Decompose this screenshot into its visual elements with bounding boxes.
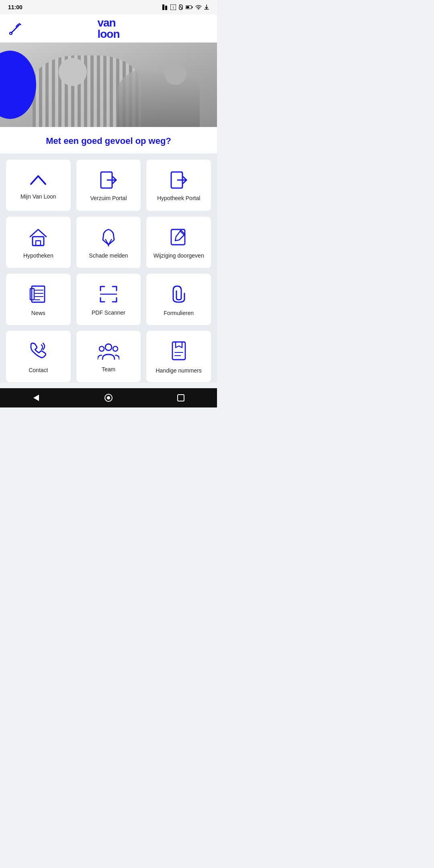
team-icon <box>98 342 119 360</box>
grid-item-hypotheek-portal-label: Hypotheek Portal <box>157 194 200 202</box>
svg-point-30 <box>99 346 104 351</box>
nav-back-button[interactable] <box>27 388 46 407</box>
grid-item-contact-label: Contact <box>29 366 48 374</box>
grid-item-pdf-scanner[interactable]: PDF Scanner <box>76 273 141 326</box>
house-icon <box>29 228 48 246</box>
grid-item-formulieren[interactable]: Formulieren <box>146 273 211 326</box>
info-icon: i <box>170 4 176 10</box>
svg-rect-18 <box>36 241 41 246</box>
grid-item-wijziging-doorgeven-label: Wijziging doorgeven <box>154 252 204 259</box>
silent-icon <box>178 4 183 10</box>
pen-nib-icon <box>100 228 117 246</box>
grid-item-schade-melden[interactable]: Schade melden <box>76 216 141 268</box>
app-logo: van loon <box>97 17 119 40</box>
bookmark-icon <box>170 341 188 361</box>
svg-text:i: i <box>173 5 174 10</box>
nav-home-button[interactable] <box>99 388 118 407</box>
hero-tagline: Met een goed gevoel op weg? <box>0 127 217 154</box>
logo-loon: loon <box>97 29 119 40</box>
grid-item-hypotheek-portal[interactable]: Hypotheek Portal <box>146 159 211 211</box>
header: van loon <box>0 14 217 43</box>
phone-icon <box>29 342 48 361</box>
portal-exit-icon-1 <box>99 171 118 189</box>
grid-item-team[interactable]: Team <box>76 330 141 383</box>
status-time: 11:00 <box>8 4 23 10</box>
grid-item-contact[interactable]: Contact <box>6 330 71 383</box>
svg-line-11 <box>12 24 20 32</box>
svg-rect-32 <box>172 342 185 360</box>
nav-recent-button[interactable] <box>171 388 190 407</box>
edit-icon <box>170 228 188 246</box>
grid-item-pdf-scanner-label: PDF Scanner <box>92 309 125 316</box>
battery-icon <box>186 5 193 9</box>
paperclip-icon <box>170 285 188 304</box>
grid-item-hypotheken-label: Hypotheken <box>23 252 53 259</box>
svg-rect-6 <box>186 6 189 8</box>
svg-point-9 <box>10 32 12 35</box>
chevron-up-icon <box>29 173 48 187</box>
grid-item-verzuim-portal-label: Verzuim Portal <box>90 194 127 202</box>
grid-item-handige-nummers[interactable]: Handige nummers <box>146 330 211 383</box>
scanner-icon <box>99 285 118 303</box>
status-icons: i <box>162 4 209 10</box>
svg-marker-35 <box>33 395 39 401</box>
status-bar: 11:00 i <box>0 0 217 14</box>
grid-item-formulieren-label: Formulieren <box>164 309 194 317</box>
sim-icon <box>162 4 168 10</box>
wifi-icon <box>195 5 202 10</box>
logo-van: van <box>97 17 119 29</box>
svg-rect-5 <box>192 6 193 8</box>
grid-item-mijn-van-loon-label: Mijn Van Loon <box>20 193 56 200</box>
svg-point-7 <box>198 9 199 10</box>
grid-item-schade-melden-label: Schade melden <box>89 252 128 259</box>
grid-item-mijn-van-loon[interactable]: Mijn Van Loon <box>6 159 71 211</box>
svg-point-31 <box>113 346 118 351</box>
main-grid: Mijn Van Loon Verzuim Portal Hypothe <box>6 159 211 383</box>
newspaper-icon <box>29 285 48 304</box>
grid-item-news[interactable]: News <box>6 273 71 326</box>
svg-point-29 <box>105 344 112 350</box>
hero-banner <box>0 43 217 127</box>
grid-item-team-label: Team <box>102 366 115 373</box>
svg-rect-0 <box>162 4 164 10</box>
svg-rect-1 <box>165 6 167 10</box>
grid-item-wijziging-doorgeven[interactable]: Wijziging doorgeven <box>146 216 211 268</box>
portal-exit-icon-2 <box>170 171 188 189</box>
download-icon <box>204 4 209 10</box>
grid-item-handige-nummers-label: Handige nummers <box>156 367 201 374</box>
grid-item-news-label: News <box>31 309 45 317</box>
bottom-navigation <box>0 388 217 407</box>
grid-item-verzuim-portal[interactable]: Verzuim Portal <box>76 159 141 211</box>
svg-point-37 <box>107 396 110 399</box>
main-grid-section: Mijn Van Loon Verzuim Portal Hypothe <box>0 154 217 383</box>
svg-rect-38 <box>178 395 184 401</box>
grid-item-hypotheken[interactable]: Hypotheken <box>6 216 71 268</box>
tools-icon[interactable] <box>8 21 23 36</box>
